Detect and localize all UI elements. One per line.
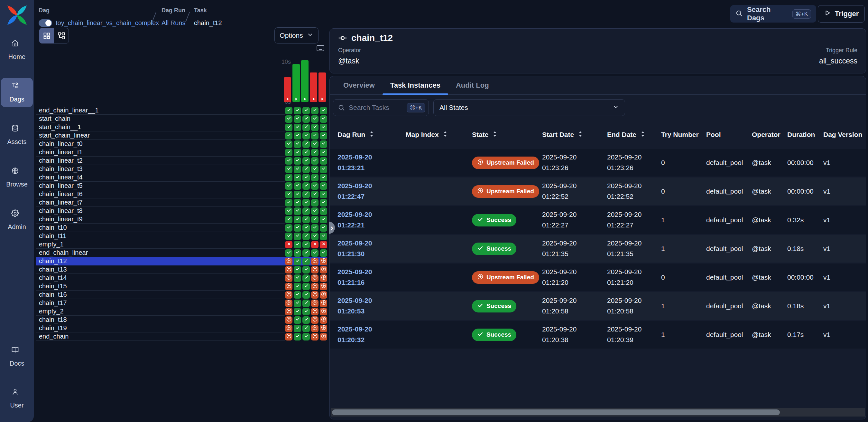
task-name[interactable]: chain_t12 (36, 257, 285, 265)
task-instance-square[interactable] (302, 115, 310, 123)
task-name[interactable]: chain_linear_t0 (36, 140, 285, 148)
task-instance-square[interactable] (320, 182, 327, 190)
task-instance-square[interactable] (285, 249, 292, 257)
task-instance-square[interactable] (302, 107, 310, 114)
task-instance-square[interactable] (311, 207, 318, 215)
duration-bar[interactable] (284, 77, 291, 102)
task-row[interactable]: chain_t14 (36, 274, 327, 282)
keyboard-shortcuts-icon[interactable] (317, 45, 324, 53)
task-instance-square[interactable] (311, 124, 318, 131)
task-instance-square[interactable] (294, 166, 301, 173)
task-instance-square[interactable] (311, 224, 318, 232)
task-instance-square[interactable] (320, 258, 327, 265)
task-name[interactable]: chain_t15 (36, 282, 285, 290)
breadcrumb-dag-link[interactable]: toy_chain_linear_vs_chain_complex (56, 19, 159, 27)
task-row[interactable]: chain_linear_t4 (36, 173, 327, 182)
task-instance-square[interactable] (320, 115, 327, 123)
task-name[interactable]: chain_t18 (36, 316, 285, 324)
task-instance-square[interactable] (294, 283, 301, 290)
task-name[interactable]: start_chain (36, 115, 285, 123)
options-dropdown[interactable]: Options (274, 27, 318, 44)
duration-bar[interactable] (310, 73, 317, 102)
task-name[interactable]: chain_linear_t2 (36, 157, 285, 165)
task-instance-square[interactable] (285, 241, 292, 248)
task-instance-square[interactable] (302, 132, 310, 139)
task-instance-row[interactable]: 2025-09-2001:22:21 Success 2025-09-2001:… (330, 205, 866, 234)
task-name[interactable]: chain_t10 (36, 224, 285, 232)
task-name[interactable]: end_chain_linear__1 (36, 106, 285, 115)
task-instance-square[interactable] (294, 207, 301, 215)
task-name[interactable]: chain_linear_t5 (36, 182, 285, 190)
task-instance-square[interactable] (285, 199, 292, 206)
task-instance-square[interactable] (294, 258, 301, 265)
task-name[interactable]: chain_linear_t4 (36, 173, 285, 182)
task-name[interactable]: empty_2 (36, 307, 285, 316)
task-instance-square[interactable] (311, 157, 318, 165)
task-instance-square[interactable] (294, 291, 301, 299)
task-instance-square[interactable] (311, 166, 318, 173)
task-instance-square[interactable] (302, 124, 310, 131)
task-instance-row[interactable]: 2025-09-2001:20:53 Success 2025-09-2001:… (330, 291, 866, 320)
task-row[interactable]: chain_linear_t0 (36, 140, 327, 148)
duration-bar[interactable] (301, 60, 309, 102)
dag-pause-toggle[interactable] (39, 19, 52, 27)
task-instance-square[interactable] (320, 300, 327, 307)
task-instance-square[interactable] (302, 316, 310, 324)
sidebar-item-docs[interactable]: Docs (1, 342, 33, 371)
task-instance-square[interactable] (285, 325, 292, 332)
task-instance-square[interactable] (294, 266, 301, 274)
task-name[interactable]: start_chain__1 (36, 123, 285, 132)
task-instance-square[interactable] (311, 308, 318, 315)
tab-overview[interactable]: Overview (336, 76, 382, 94)
task-instance-square[interactable] (294, 300, 301, 307)
task-instance-square[interactable] (320, 249, 327, 257)
task-instance-square[interactable] (285, 216, 292, 223)
task-instance-square[interactable] (294, 249, 301, 257)
task-instance-square[interactable] (320, 140, 327, 148)
task-instance-square[interactable] (294, 182, 301, 190)
task-instance-square[interactable] (302, 166, 310, 173)
task-row[interactable]: empty_2 (36, 307, 327, 316)
task-instance-square[interactable] (311, 291, 318, 299)
task-instance-square[interactable] (320, 224, 327, 232)
task-name[interactable]: end_chain_linear (36, 249, 285, 257)
task-instance-square[interactable] (294, 174, 301, 181)
task-instance-square[interactable] (294, 224, 301, 232)
task-instance-square[interactable] (294, 157, 301, 165)
task-instance-square[interactable] (294, 316, 301, 324)
task-instance-square[interactable] (294, 124, 301, 131)
task-name[interactable]: empty_1 (36, 240, 285, 249)
task-instance-square[interactable] (302, 224, 310, 232)
task-instance-square[interactable] (294, 140, 301, 148)
task-row[interactable]: empty_1 (36, 240, 327, 249)
task-instance-square[interactable] (311, 174, 318, 181)
task-instance-square[interactable] (294, 333, 301, 340)
task-instance-square[interactable] (302, 149, 310, 156)
task-instance-square[interactable] (311, 140, 318, 148)
task-instance-square[interactable] (311, 107, 318, 114)
duration-bar[interactable] (292, 64, 300, 102)
task-name[interactable]: end_chain (36, 333, 285, 341)
task-instance-row[interactable]: 2025-09-2001:22:47 Upstream Failed 2025-… (330, 176, 866, 205)
task-instance-square[interactable] (320, 316, 327, 324)
task-instance-square[interactable] (285, 107, 292, 114)
task-instance-square[interactable] (285, 316, 292, 324)
task-instance-square[interactable] (311, 241, 318, 248)
task-instance-square[interactable] (294, 107, 301, 114)
dag-run-link[interactable]: 2025-09-2001:20:53 (338, 296, 406, 316)
task-instance-square[interactable] (294, 325, 301, 332)
task-instance-square[interactable] (320, 232, 327, 240)
task-instance-square[interactable] (320, 149, 327, 156)
task-instance-row[interactable]: 2025-09-2001:21:16 Upstream Failed 2025-… (330, 262, 866, 291)
task-name[interactable]: start_chain_linear (36, 132, 285, 140)
task-instance-square[interactable] (302, 174, 310, 181)
task-instance-row[interactable]: 2025-09-2001:23:21 Upstream Failed 2025-… (330, 149, 866, 176)
airflow-logo[interactable] (0, 4, 34, 26)
task-row[interactable]: chain_linear_t9 (36, 215, 327, 224)
task-instance-square[interactable] (285, 300, 292, 307)
task-instance-square[interactable] (311, 258, 318, 265)
task-row[interactable]: chain_t16 (36, 290, 327, 299)
task-instance-square[interactable] (302, 291, 310, 299)
task-instance-square[interactable] (294, 308, 301, 315)
task-instance-square[interactable] (311, 199, 318, 206)
